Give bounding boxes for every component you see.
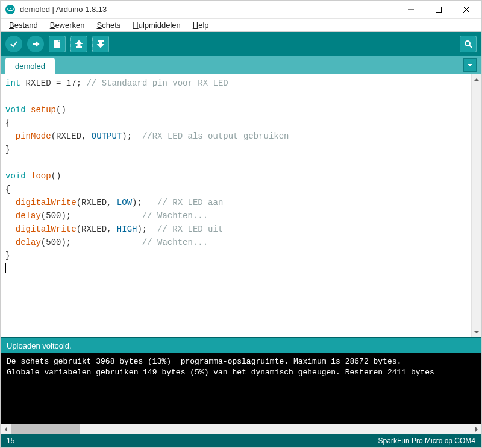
scroll-left-icon[interactable] [1, 424, 11, 435]
scroll-up-icon[interactable] [472, 74, 481, 84]
tab-demoled[interactable]: demoled [5, 58, 55, 74]
scrollbar-thumb[interactable] [11, 424, 80, 434]
scroll-right-icon[interactable] [471, 424, 481, 435]
vertical-scrollbar[interactable] [471, 74, 481, 337]
menu-bestand[interactable]: Bestand [4, 19, 43, 31]
verify-button[interactable] [5, 36, 22, 52]
code-editor[interactable]: int RXLED = 17; // Standaard pin voor RX… [1, 74, 471, 337]
menu-schets[interactable]: Schets [92, 19, 126, 31]
svg-point-1 [465, 41, 470, 46]
menu-bewerken[interactable]: Bewerken [45, 19, 90, 31]
editor-area: int RXLED = 17; // Standaard pin voor RX… [1, 74, 481, 337]
close-button[interactable] [452, 1, 480, 19]
open-button[interactable] [70, 36, 87, 52]
arduino-icon [5, 5, 15, 14]
window-title: demoled | Arduino 1.8.13 [20, 5, 107, 14]
status-text: Uploaden voltooid. [7, 341, 72, 350]
minimize-button[interactable] [397, 1, 425, 19]
status-bar: Uploaden voltooid. [1, 337, 481, 353]
save-button[interactable] [92, 36, 109, 52]
menu-hulpmiddelen[interactable]: Hulpmiddelen [128, 19, 186, 31]
svg-rect-0 [436, 7, 442, 12]
new-button[interactable] [49, 36, 66, 52]
board-port: SparkFun Pro Micro op COM4 [378, 437, 475, 445]
menu-help[interactable]: Help [188, 19, 214, 31]
console-output[interactable]: De schets gebruikt 3968 bytes (13%) prog… [1, 353, 481, 424]
menubar: Bestand Bewerken Schets Hulpmiddelen Hel… [1, 19, 481, 32]
serial-monitor-button[interactable] [460, 36, 477, 52]
maximize-button[interactable] [425, 1, 452, 19]
tabstrip: demoled [1, 56, 481, 74]
tab-menu-button[interactable] [463, 58, 477, 72]
scroll-down-icon[interactable] [472, 327, 481, 337]
upload-button[interactable] [27, 36, 44, 52]
horizontal-scrollbar[interactable] [1, 424, 481, 434]
bottombar: 15 SparkFun Pro Micro op COM4 [1, 434, 481, 447]
line-number: 15 [7, 437, 14, 445]
toolbar [1, 32, 481, 56]
titlebar: demoled | Arduino 1.8.13 [1, 1, 481, 19]
